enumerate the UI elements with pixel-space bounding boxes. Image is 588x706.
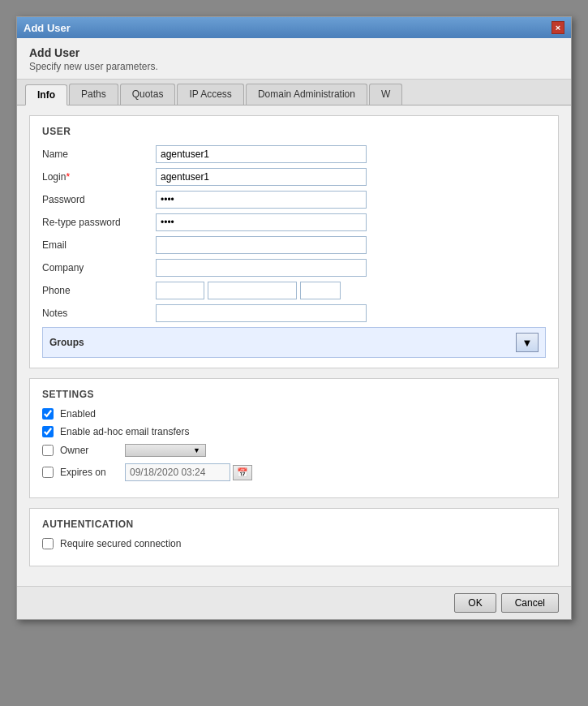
name-row: Name: [42, 145, 546, 163]
phone-ext-input[interactable]: [300, 282, 341, 299]
groups-label: Groups: [49, 337, 516, 348]
groups-dropdown-button[interactable]: ▼: [516, 333, 539, 352]
user-section: USER Name Login* Password Re-type passwo: [29, 115, 559, 368]
expires-checkbox[interactable]: [42, 467, 54, 478]
retype-password-row: Re-type password: [42, 213, 546, 231]
groups-row: Groups ▼: [42, 327, 546, 358]
tab-quotas[interactable]: Quotas: [120, 84, 176, 105]
close-button[interactable]: ×: [552, 21, 564, 34]
login-label: Login*: [42, 171, 156, 183]
tab-ip-access[interactable]: IP Access: [177, 84, 243, 105]
header-title: Add User: [29, 46, 559, 59]
calendar-button[interactable]: 📅: [233, 465, 252, 480]
company-label: Company: [42, 262, 156, 273]
email-transfers-label: Enable ad-hoc email transfers: [60, 426, 189, 437]
ok-button[interactable]: OK: [454, 593, 496, 613]
tab-info[interactable]: Info: [25, 84, 67, 105]
auth-section: AUTHENTICATION Require secured connectio…: [29, 508, 559, 566]
dialog-body: USER Name Login* Password Re-type passwo: [17, 105, 571, 586]
header-subtitle: Specify new user parameters.: [29, 61, 559, 72]
owner-row: Owner ▼: [42, 444, 546, 457]
tab-paths[interactable]: Paths: [69, 84, 118, 105]
password-row: Password: [42, 191, 546, 209]
settings-section-title: SETTINGS: [42, 389, 546, 400]
tab-w[interactable]: W: [369, 84, 402, 105]
notes-input[interactable]: [156, 304, 367, 322]
dialog-header: Add User Specify new user parameters.: [17, 38, 571, 80]
email-label: Email: [42, 239, 156, 251]
phone-inputs-group: [156, 282, 341, 299]
email-input[interactable]: [156, 236, 367, 254]
require-ssl-label: Require secured connection: [60, 538, 181, 549]
email-transfers-row: Enable ad-hoc email transfers: [42, 426, 546, 437]
expires-label: Expires on: [60, 467, 125, 478]
enabled-checkbox[interactable]: [42, 408, 54, 420]
name-input[interactable]: [156, 145, 367, 163]
email-transfers-checkbox[interactable]: [42, 426, 54, 437]
email-row: Email: [42, 236, 546, 254]
owner-select[interactable]: ▼: [125, 444, 206, 457]
chevron-down-icon: ▼: [522, 337, 533, 349]
title-bar: Add User ×: [17, 17, 571, 38]
owner-label: Owner: [60, 445, 125, 456]
enabled-row: Enabled: [42, 408, 546, 420]
enabled-label: Enabled: [60, 408, 96, 420]
require-ssl-checkbox[interactable]: [42, 538, 54, 549]
owner-checkbox[interactable]: [42, 445, 54, 456]
password-input[interactable]: [156, 191, 367, 209]
expires-input[interactable]: [125, 463, 230, 481]
dialog-title: Add User: [24, 22, 71, 34]
add-user-dialog: Add User × Add User Specify new user par…: [16, 16, 572, 620]
retype-password-input[interactable]: [156, 213, 367, 231]
login-input[interactable]: [156, 168, 367, 186]
owner-dropdown-icon: ▼: [193, 446, 200, 454]
phone-area-input[interactable]: [156, 282, 204, 299]
tab-domain-administration[interactable]: Domain Administration: [246, 84, 367, 105]
expires-row: Expires on 📅: [42, 463, 546, 481]
company-row: Company: [42, 259, 546, 277]
password-label: Password: [42, 194, 156, 205]
retype-password-label: Re-type password: [42, 217, 156, 228]
phone-main-input[interactable]: [208, 282, 297, 299]
login-required: *: [66, 171, 70, 183]
name-label: Name: [42, 149, 156, 160]
auth-section-title: AUTHENTICATION: [42, 519, 546, 530]
phone-label: Phone: [42, 285, 156, 296]
settings-section: SETTINGS Enabled Enable ad-hoc email tra…: [29, 378, 559, 498]
tabs-bar: Info Paths Quotas IP Access Domain Admin…: [17, 80, 571, 105]
notes-row: Notes: [42, 304, 546, 322]
require-ssl-row: Require secured connection: [42, 538, 546, 549]
notes-label: Notes: [42, 308, 156, 319]
dialog-footer: OK Cancel: [17, 586, 571, 619]
user-section-title: USER: [42, 126, 546, 137]
login-row: Login*: [42, 168, 546, 186]
cancel-button[interactable]: Cancel: [501, 593, 559, 613]
company-input[interactable]: [156, 259, 367, 277]
phone-row: Phone: [42, 282, 546, 299]
